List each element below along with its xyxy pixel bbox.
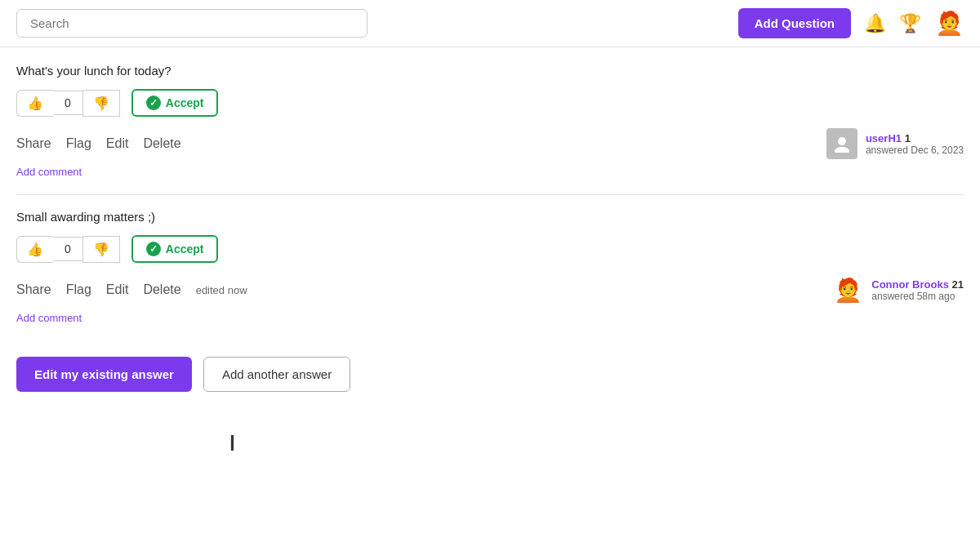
vote-row-1: 👍 0 👎 ✓ Accept xyxy=(16,89,964,117)
action-meta-2: Share Flag Edit Delete edited now 🧑‍🦰 Co… xyxy=(16,274,964,305)
accept-checkmark-2: ✓ xyxy=(146,242,161,256)
header: Add Question 🔔 🏆 🧑‍🦰 xyxy=(0,0,980,47)
bottom-buttons: Edit my existing answer Add another answ… xyxy=(16,357,964,408)
add-comment-link-2[interactable]: Add comment xyxy=(16,312,82,324)
action-links-2: Share Flag Edit Delete edited now xyxy=(16,282,264,297)
accept-checkmark-1: ✓ xyxy=(146,96,161,110)
vote-row-2: 👍 0 👎 ✓ Accept xyxy=(16,235,964,263)
delete-link-2[interactable]: Delete xyxy=(143,282,180,297)
accept-button-1[interactable]: ✓ Accept xyxy=(131,89,219,117)
user-avatar-1 xyxy=(826,128,858,159)
answer-text-2: Small awarding matters ;) xyxy=(16,210,964,224)
divider-1 xyxy=(16,194,964,195)
accept-button-2[interactable]: ✓ Accept xyxy=(131,235,219,263)
main-content: What's your lunch for today? 👍 0 👎 ✓ Acc… xyxy=(0,47,980,408)
answer-text-1: What's your lunch for today? xyxy=(16,64,964,78)
notification-icon[interactable]: 🔔 xyxy=(864,13,886,34)
edit-existing-answer-button[interactable]: Edit my existing answer xyxy=(16,357,192,392)
action-meta-1: Share Flag Edit Delete userH1 1 answered… xyxy=(16,128,964,159)
add-comment-link-1[interactable]: Add comment xyxy=(16,166,82,178)
svg-point-1 xyxy=(835,147,849,153)
user-answered-1: answered Dec 6, 2023 xyxy=(866,144,964,156)
accept-label-2: Accept xyxy=(166,242,204,256)
user-name-2[interactable]: Connor Brooks 21 xyxy=(871,278,964,291)
user-name-1[interactable]: userH1 1 xyxy=(866,132,964,144)
user-details-1: userH1 1 answered Dec 6, 2023 xyxy=(866,132,964,156)
user-card-2: 🧑‍🦰 Connor Brooks 21 answered 58m ago xyxy=(832,274,964,305)
header-right: Add Question 🔔 🏆 🧑‍🦰 xyxy=(738,8,964,38)
user-details-2: Connor Brooks 21 answered 58m ago xyxy=(871,278,964,302)
vote-count-2: 0 xyxy=(53,237,82,261)
svg-point-0 xyxy=(838,137,846,145)
cursor: ▎ xyxy=(231,435,239,448)
flag-link-1[interactable]: Flag xyxy=(66,136,91,151)
vote-count-1: 0 xyxy=(53,91,82,115)
upvote-button-2[interactable]: 👍 xyxy=(16,236,53,263)
delete-link-1[interactable]: Delete xyxy=(143,136,180,151)
user-avatar-2: 🧑‍🦰 xyxy=(832,274,863,305)
edited-label-2: edited now xyxy=(196,284,247,296)
accept-label-1: Accept xyxy=(166,96,204,109)
downvote-button-1[interactable]: 👎 xyxy=(82,90,120,117)
action-links-1: Share Flag Edit Delete xyxy=(16,136,181,151)
search-input[interactable] xyxy=(16,9,368,38)
edit-link-1[interactable]: Edit xyxy=(106,136,129,151)
answer-block-2: Small awarding matters ;) 👍 0 👎 ✓ Accept… xyxy=(16,210,964,332)
answer-block-1: What's your lunch for today? 👍 0 👎 ✓ Acc… xyxy=(16,64,964,186)
upvote-button-1[interactable]: 👍 xyxy=(16,90,53,117)
downvote-button-2[interactable]: 👎 xyxy=(82,236,120,263)
add-question-button[interactable]: Add Question xyxy=(738,8,851,38)
user-card-1: userH1 1 answered Dec 6, 2023 xyxy=(826,128,964,159)
user-answered-2: answered 58m ago xyxy=(871,291,964,302)
flag-link-2[interactable]: Flag xyxy=(66,282,91,297)
share-link-1[interactable]: Share xyxy=(16,136,51,151)
trophy-icon[interactable]: 🏆 xyxy=(899,13,921,34)
share-link-2[interactable]: Share xyxy=(16,282,51,297)
add-another-answer-button[interactable]: Add another answer xyxy=(203,357,350,392)
user-avatar[interactable]: 🧑‍🦰 xyxy=(934,9,964,38)
edit-link-2[interactable]: Edit xyxy=(106,282,129,297)
